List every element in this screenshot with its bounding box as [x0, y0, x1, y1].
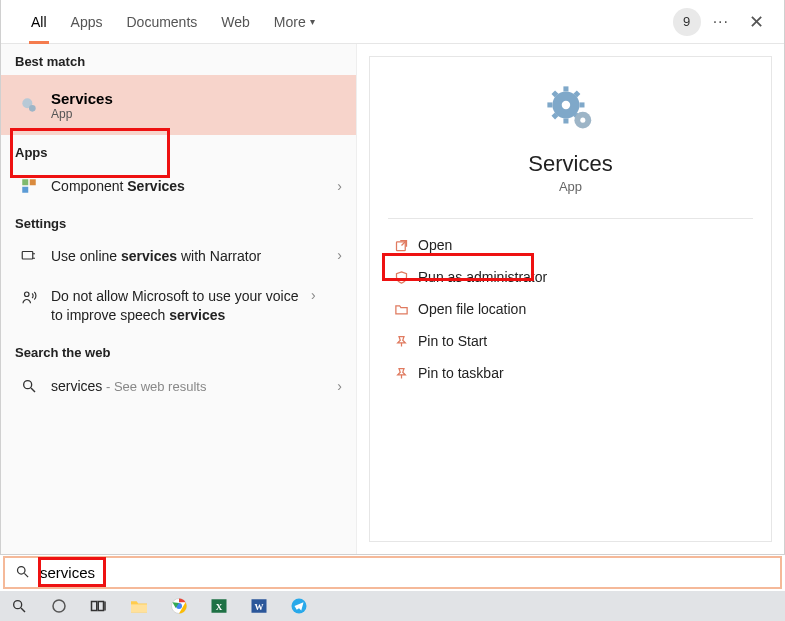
- action-pin-start[interactable]: Pin to Start: [388, 325, 771, 357]
- open-icon: [388, 238, 414, 253]
- component-services-icon: [15, 177, 43, 195]
- pin-icon: [388, 334, 414, 349]
- results-pane: Best match Services App Apps Component S…: [1, 44, 357, 554]
- result-text: services: [51, 378, 102, 394]
- chevron-right-icon: ›: [337, 247, 342, 263]
- svg-rect-3: [30, 179, 36, 185]
- result-text-bold: services: [121, 248, 177, 264]
- search-input[interactable]: [40, 564, 240, 581]
- svg-point-7: [24, 380, 32, 388]
- preview-card: Services App Open Run as administra: [369, 56, 772, 542]
- chevron-right-icon: ›: [337, 178, 342, 194]
- svg-text:W: W: [255, 602, 264, 612]
- chevron-down-icon: ▾: [310, 16, 315, 27]
- svg-point-28: [53, 600, 65, 612]
- action-pin-taskbar[interactable]: Pin to taskbar: [388, 357, 771, 389]
- svg-rect-5: [22, 252, 33, 260]
- svg-point-20: [580, 118, 585, 123]
- taskbar-search-icon[interactable]: [8, 595, 30, 617]
- speech-icon: [15, 287, 43, 307]
- action-label: Open file location: [418, 301, 526, 317]
- svg-point-1: [29, 105, 36, 112]
- result-text: with Narrator: [177, 248, 261, 264]
- taskbar-excel-icon[interactable]: X: [208, 595, 230, 617]
- preview-pane: Services App Open Run as administra: [357, 44, 784, 554]
- preview-app-icon: [370, 83, 771, 137]
- section-apps: Apps: [1, 135, 356, 166]
- tab-more[interactable]: More ▾: [262, 0, 327, 44]
- chevron-right-icon: ›: [311, 287, 316, 303]
- best-match-title: Services: [51, 90, 113, 107]
- result-text-bold: Services: [127, 178, 185, 194]
- folder-icon: [388, 302, 414, 317]
- action-label: Open: [418, 237, 452, 253]
- svg-line-18: [575, 92, 578, 95]
- taskbar-word-icon[interactable]: W: [248, 595, 270, 617]
- svg-line-15: [553, 92, 556, 95]
- svg-rect-32: [131, 604, 147, 612]
- tab-web[interactable]: Web: [209, 0, 262, 44]
- taskbar-taskview-icon[interactable]: [88, 595, 110, 617]
- result-text: Component: [51, 178, 127, 194]
- section-best-match: Best match: [1, 44, 356, 75]
- tab-apps[interactable]: Apps: [59, 0, 115, 44]
- svg-point-6: [25, 292, 30, 297]
- svg-point-24: [18, 566, 26, 574]
- taskbar: X W: [0, 591, 785, 621]
- tab-documents[interactable]: Documents: [114, 0, 209, 44]
- actions-list: Open Run as administrator Open file loca…: [370, 229, 771, 389]
- svg-text:X: X: [216, 602, 223, 612]
- svg-rect-2: [22, 179, 28, 185]
- taskbar-cortana-icon[interactable]: [48, 595, 70, 617]
- result-web-services[interactable]: services - See web results ›: [1, 366, 356, 406]
- services-icon: [15, 95, 43, 115]
- narrator-icon: [15, 247, 43, 265]
- svg-rect-29: [92, 602, 97, 611]
- search-icon: [15, 378, 43, 394]
- svg-line-25: [24, 573, 28, 577]
- divider: [388, 218, 753, 219]
- result-speech-services[interactable]: Do not allow Microsoft to use your voice…: [1, 277, 356, 335]
- tab-all[interactable]: All: [19, 0, 59, 44]
- svg-line-17: [553, 114, 556, 117]
- chevron-right-icon: ›: [337, 378, 342, 394]
- search-bar[interactable]: [3, 556, 782, 589]
- section-settings: Settings: [1, 206, 356, 237]
- svg-rect-4: [22, 187, 28, 193]
- close-button[interactable]: ✕: [741, 7, 772, 37]
- account-badge[interactable]: 9: [673, 8, 701, 36]
- taskbar-explorer-icon[interactable]: [128, 595, 150, 617]
- action-open[interactable]: Open: [388, 229, 771, 261]
- action-label: Run as administrator: [418, 269, 547, 285]
- section-web: Search the web: [1, 335, 356, 366]
- preview-sub: App: [370, 179, 771, 194]
- result-component-services[interactable]: Component Services ›: [1, 166, 356, 206]
- search-icon: [15, 564, 30, 582]
- result-text: Use online: [51, 248, 121, 264]
- pin-icon: [388, 366, 414, 381]
- svg-point-26: [14, 601, 22, 609]
- action-label: Pin to Start: [418, 333, 487, 349]
- result-narrator-services[interactable]: Use online services with Narrator ›: [1, 237, 356, 277]
- taskbar-chrome-icon[interactable]: [168, 595, 190, 617]
- more-options-icon[interactable]: ···: [713, 13, 729, 31]
- best-match-sub: App: [51, 107, 113, 121]
- action-run-admin[interactable]: Run as administrator: [388, 261, 771, 293]
- action-open-location[interactable]: Open file location: [388, 293, 771, 325]
- action-label: Pin to taskbar: [418, 365, 504, 381]
- svg-rect-30: [98, 602, 103, 611]
- result-text-bold: services: [169, 307, 225, 323]
- result-sub: - See web results: [102, 379, 206, 394]
- search-window: All Apps Documents Web More ▾ 9 ··· ✕ Be…: [0, 0, 785, 555]
- preview-title: Services: [370, 151, 771, 177]
- best-match-row[interactable]: Services App: [1, 75, 356, 135]
- taskbar-telegram-icon[interactable]: [288, 595, 310, 617]
- svg-line-27: [21, 608, 25, 612]
- tab-more-label: More: [274, 14, 306, 30]
- shield-icon: [388, 270, 414, 285]
- svg-point-10: [561, 101, 569, 109]
- svg-line-8: [31, 388, 35, 392]
- filter-tabs: All Apps Documents Web More ▾ 9 ··· ✕: [1, 0, 784, 44]
